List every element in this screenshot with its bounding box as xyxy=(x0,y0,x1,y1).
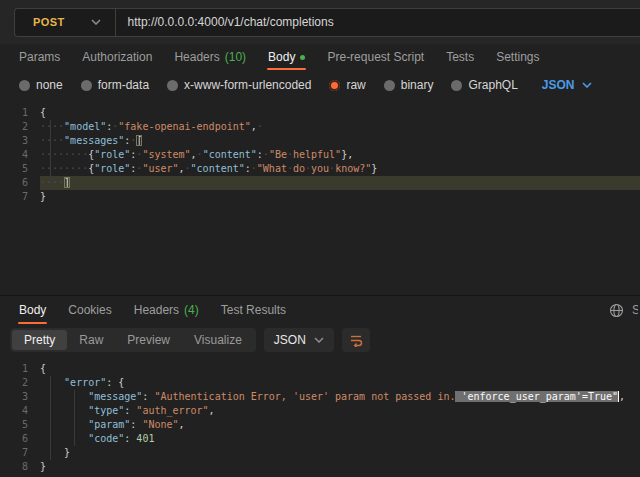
method-selector[interactable]: POST xyxy=(15,9,115,36)
code-line[interactable]: 8} xyxy=(0,460,640,474)
token: { xyxy=(118,377,124,388)
token xyxy=(40,377,64,388)
token: "message" xyxy=(88,391,142,402)
view-button-raw[interactable]: Raw xyxy=(67,330,115,350)
body-type-radio-none[interactable]: none xyxy=(19,78,63,92)
code-content: { xyxy=(40,362,640,376)
code-line[interactable]: 5 "param": "None", xyxy=(0,418,640,432)
tab-count-badge: (4) xyxy=(184,303,199,317)
line-number: 2 xyxy=(0,376,40,390)
code-line[interactable]: 1{ xyxy=(0,362,640,376)
code-line[interactable]: 3····"messages":·[ xyxy=(0,134,640,148)
response-body-editor: 1{2 "error": {3 "message": "Authenticati… xyxy=(0,356,640,477)
token: } xyxy=(40,461,46,472)
token: know?" xyxy=(335,163,371,174)
radio-icon xyxy=(329,80,340,91)
indent-guide xyxy=(74,390,75,446)
token: , xyxy=(619,391,625,402)
token: ···· xyxy=(40,177,64,188)
indent-guide xyxy=(50,376,51,460)
tab-label: Body xyxy=(19,303,46,317)
tab-label: Settings xyxy=(496,50,539,64)
chevron-down-icon xyxy=(582,82,592,88)
tab-body[interactable]: Body xyxy=(257,44,316,70)
token: } xyxy=(64,447,70,458)
code-line[interactable]: 6····] xyxy=(0,176,640,190)
url-input[interactable]: http://0.0.0.0:4000/v1/chat/completions xyxy=(116,15,346,29)
body-type-row: noneform-datax-www-form-urlencodedrawbin… xyxy=(0,70,640,100)
token: , xyxy=(209,405,215,416)
token: } xyxy=(40,191,46,202)
tab-authorization[interactable]: Authorization xyxy=(71,44,163,70)
wrap-text-button[interactable] xyxy=(342,328,370,352)
code-line[interactable]: 6 "code": 401 xyxy=(0,432,640,446)
response-section: BodyCookiesHeaders(4)Test Results S Pret… xyxy=(0,295,640,477)
line-number: 1 xyxy=(0,362,40,376)
line-number: 4 xyxy=(0,148,40,162)
tab-settings[interactable]: Settings xyxy=(485,44,550,70)
line-number: 8 xyxy=(0,460,40,474)
radio-label: x-www-form-urlencoded xyxy=(184,78,311,92)
code-content: { xyxy=(40,106,640,120)
tab-test-results[interactable]: Test Results xyxy=(210,296,297,324)
code-line[interactable]: 2····"model":·"fake-openai-endpoint",· xyxy=(0,120,640,134)
indent-guide xyxy=(50,120,51,190)
token: "role" xyxy=(94,163,130,174)
code-line[interactable]: 1{ xyxy=(0,106,640,120)
view-button-preview[interactable]: Preview xyxy=(115,330,182,350)
body-type-radio-x-www-form-urlencoded[interactable]: x-www-form-urlencoded xyxy=(167,78,311,92)
tab-cookies[interactable]: Cookies xyxy=(57,296,122,324)
tab-label: Headers xyxy=(174,50,219,64)
response-header-right: S xyxy=(609,296,640,324)
response-format-select[interactable]: JSON xyxy=(264,328,334,352)
tab-headers[interactable]: Headers(10) xyxy=(163,44,257,70)
tab-headers[interactable]: Headers(4) xyxy=(123,296,210,324)
tab-body[interactable]: Body xyxy=(8,296,57,324)
globe-icon[interactable] xyxy=(609,303,624,318)
token: { xyxy=(40,107,46,118)
token: "Authentication Error, 'user' param not … xyxy=(154,391,455,402)
tab-label: Authorization xyxy=(82,50,152,64)
radio-icon xyxy=(167,80,178,91)
body-format-label: JSON xyxy=(542,78,575,92)
code-content: ········{"role":·"system",·"content":·"B… xyxy=(40,148,640,162)
tab-label: Pre-request Script xyxy=(327,50,424,64)
tab-pre-request-script[interactable]: Pre-request Script xyxy=(316,44,435,70)
response-format-label: JSON xyxy=(274,333,306,347)
body-type-radio-form-data[interactable]: form-data xyxy=(81,78,149,92)
line-number: 7 xyxy=(0,446,40,460)
token: "content" xyxy=(191,163,245,174)
token xyxy=(40,391,88,402)
code-line[interactable]: 7} xyxy=(0,190,640,204)
code-line[interactable]: 5········{"role":·"user",·"content":·"Wh… xyxy=(0,162,640,176)
code-line[interactable]: 4 "type": "auth_error", xyxy=(0,404,640,418)
tab-label: Body xyxy=(268,50,295,64)
body-type-radio-raw[interactable]: raw xyxy=(329,78,365,92)
token: "auth_error" xyxy=(136,405,208,416)
token xyxy=(40,433,88,444)
body-type-radio-binary[interactable]: binary xyxy=(384,78,434,92)
token: , xyxy=(179,419,185,430)
code-line[interactable]: 2 "error": { xyxy=(0,376,640,390)
code-content: } xyxy=(40,446,640,460)
radio-icon xyxy=(19,80,30,91)
view-button-visualize[interactable]: Visualize xyxy=(182,330,254,350)
body-type-radio-graphql[interactable]: GraphQL xyxy=(451,78,517,92)
token: [ xyxy=(136,135,142,146)
status-text-clipped: S xyxy=(632,303,638,317)
body-format-select[interactable]: JSON xyxy=(542,78,592,92)
view-button-pretty[interactable]: Pretty xyxy=(12,330,67,350)
code-content: ········{"role":·"user",·"content":·"Wha… xyxy=(40,162,640,176)
token: 401 xyxy=(136,433,154,444)
tab-label: Test Results xyxy=(221,303,286,317)
tab-params[interactable]: Params xyxy=(8,44,71,70)
request-tabs: ParamsAuthorizationHeaders(10)BodyPre-re… xyxy=(0,44,640,70)
token: "content" xyxy=(203,149,257,160)
code-line[interactable]: 4········{"role":·"system",·"content":·"… xyxy=(0,148,640,162)
code-content: "type": "auth_error", xyxy=(40,404,640,418)
postman-window: POST http://0.0.0.0:4000/v1/chat/complet… xyxy=(0,0,640,477)
tab-tests[interactable]: Tests xyxy=(435,44,485,70)
request-body-editor[interactable]: 1{2····"model":·"fake-openai-endpoint",·… xyxy=(0,100,640,295)
code-line[interactable]: 3 "message": "Authentication Error, 'use… xyxy=(0,390,640,404)
code-line[interactable]: 7 } xyxy=(0,446,640,460)
